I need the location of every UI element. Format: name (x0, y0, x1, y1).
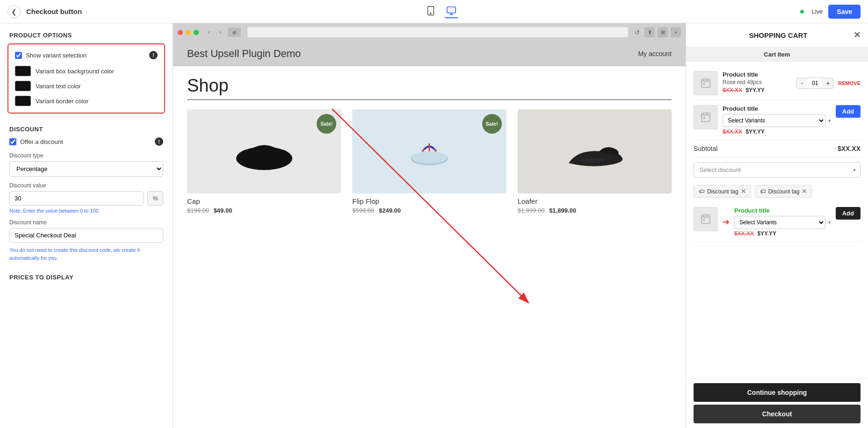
cart-item-1-remove[interactable]: REMOVE (838, 80, 861, 86)
show-variant-checkbox[interactable] (15, 52, 22, 59)
discount-tags: 🏷 Discount tag ✕ 🏷 Discount tag ✕ (694, 182, 861, 202)
cart-item-1-qty-value: 01 (809, 80, 821, 86)
desktop-view-button[interactable] (445, 5, 458, 18)
discount-tag-2-remove[interactable]: ✕ (802, 188, 807, 195)
variant-text-color-row: Variant text color (15, 81, 158, 91)
loafer-price-old: $1,999.00 (518, 207, 545, 214)
preview-content: Best Upsell Plugin Demo My account Shop (173, 41, 686, 428)
cart-item-2-variant-select[interactable]: Select Variants (723, 114, 825, 127)
browser-nav-buttons: ‹ › (204, 28, 225, 37)
cart-item-1-image (694, 71, 718, 95)
browser-back-button[interactable]: ‹ (204, 28, 214, 37)
tablet-view-button[interactable] (424, 5, 437, 18)
discount-tag-1-remove[interactable]: ✕ (741, 188, 746, 195)
browser-forward-button[interactable]: › (216, 28, 225, 37)
product-img-wrap-cap: Sale! (187, 109, 341, 193)
cart-title: SHOPPING CART (749, 31, 807, 39)
main-layout: PRODUCT OPTIONS Show variant selection !… (0, 23, 868, 428)
flipflop-sale-badge: Sale! (482, 114, 502, 134)
variant-border-color-swatch[interactable] (15, 96, 31, 106)
cart-item-1-info: Product title Rose red 48pcs $XX.XX $YY.… (723, 71, 792, 93)
cart-item-3-arrow-indicator: ➔ (723, 217, 730, 227)
cart-item-3-variant-select[interactable]: Select Variants (734, 216, 825, 229)
cap-price: $199.00 $49.00 (187, 207, 341, 214)
cap-price-old: $199.00 (187, 207, 209, 214)
browser-dot-yellow[interactable] (186, 30, 191, 35)
svg-point-8 (412, 151, 447, 164)
discount-value-input[interactable] (9, 191, 144, 206)
cart-header-bar: SHOPPING CART ✕ (686, 23, 868, 47)
discount-section: DISCOUNT Offer a discount ! Discount typ… (0, 121, 173, 269)
flipflop-price-new: $249.00 (379, 207, 401, 214)
discount-select[interactable]: Select discount (694, 162, 861, 178)
browser-dot-green[interactable] (194, 30, 199, 35)
cart-close-button[interactable]: ✕ (854, 30, 861, 40)
cart-item-2-price-new: $YY.YY (745, 128, 765, 135)
browser-dot-red[interactable] (178, 30, 183, 35)
browser-bar: ‹ › ⊞ ↺ ⬆ ⊞ + (173, 23, 686, 41)
discount-value-row: % (9, 191, 163, 206)
discount-tag-1-label: Discount tag (707, 188, 738, 195)
cap-image (234, 126, 295, 177)
cart-item-2-add-button[interactable]: Add (836, 105, 861, 118)
discount-pct-label: % (147, 191, 163, 206)
offer-discount-info-icon[interactable]: ! (155, 137, 163, 146)
variant-bg-color-swatch[interactable] (15, 66, 31, 76)
variant-text-color-label: Variant text color (36, 83, 81, 90)
product-card-flipflop: Sale! Flip Flop $599.00 $249.00 (352, 109, 506, 214)
discount-type-select[interactable]: Percentage Fixed Amount (9, 161, 163, 177)
discount-type-label: Discount type (9, 152, 163, 159)
browser-reload-button[interactable]: ↺ (635, 29, 640, 36)
cart-item-1: Product title Rose red 48pcs $XX.XX $YY.… (694, 66, 861, 100)
browser-url-bar[interactable] (247, 27, 628, 37)
product-card-loafer: Loafer $1,999.00 $1,899.00 (518, 109, 672, 214)
center-preview: ‹ › ⊞ ↺ ⬆ ⊞ + Best Upsell Plugin Demo My… (173, 23, 686, 428)
cart-item-1-price-old: $XX.XX (723, 87, 742, 93)
discount-name-input[interactable] (9, 228, 163, 243)
offer-discount-checkbox[interactable] (9, 138, 16, 145)
product-card-cap: Sale! Cap $199.00 $49.00 (187, 109, 341, 214)
browser-actions: ⬆ ⊞ + (644, 27, 681, 37)
svg-rect-2 (447, 7, 456, 13)
shop-account: My account (638, 50, 672, 57)
flipflop-price-old: $599.00 (352, 207, 374, 214)
svg-rect-6 (239, 157, 250, 161)
cart-item-1-qty-plus[interactable]: + (823, 78, 833, 88)
discount-tag-2-label: Discount tag (768, 188, 800, 195)
product-img-wrap-loafer (518, 109, 672, 193)
discount-value-label: Discount value (9, 182, 163, 189)
back-button[interactable]: ❮ (7, 5, 21, 18)
discount-tag-2-icon: 🏷 (760, 188, 766, 195)
color-rows: Variant box background color Variant tex… (15, 66, 158, 106)
browser-split-button[interactable]: ⊞ (228, 28, 241, 37)
svg-point-13 (703, 83, 705, 85)
discount-helper-text: You do not need to create this discount … (9, 246, 163, 262)
right-panel: SHOPPING CART ✕ Cart Item Product title … (686, 23, 868, 428)
subtotal-row: Subtotal $XX.XX (694, 140, 861, 157)
continue-shopping-button[interactable]: Continue shopping (694, 383, 861, 402)
browser-action-add[interactable]: + (671, 27, 681, 37)
variant-text-color-swatch[interactable] (15, 81, 31, 91)
cart-body: Product title Rose red 48pcs $XX.XX $YY.… (686, 62, 868, 378)
show-variant-row: Show variant selection ! (15, 51, 158, 59)
save-button[interactable]: Save (828, 5, 861, 19)
flipflop-price: $599.00 $249.00 (352, 207, 506, 214)
discount-note: Note: Enter the value between 0 to 100 (9, 208, 163, 214)
cart-item-3-variant-row: Select Variants ▾ (734, 216, 831, 229)
product-options-box: Show variant selection ! Variant box bac… (7, 43, 165, 114)
device-switcher (424, 5, 458, 18)
cart-item-2-variant-row: Select Variants ▾ (723, 114, 831, 127)
cart-item-1-price: $XX.XX $YY.YY (723, 87, 792, 93)
cart-item-3-add-button[interactable]: Add (836, 207, 861, 220)
discount-select-wrap: Select discount ▾ (694, 162, 861, 178)
show-variant-info-icon[interactable]: ! (149, 51, 158, 59)
cap-name: Cap (187, 197, 341, 205)
discount-section-header: DISCOUNT (9, 121, 163, 137)
shop-heading: Shop (187, 76, 672, 96)
browser-action-share[interactable]: ⬆ (644, 27, 655, 37)
browser-action-copy[interactable]: ⊞ (658, 27, 668, 37)
show-variant-left: Show variant selection (15, 52, 87, 59)
checkout-button[interactable]: Checkout (694, 405, 861, 423)
shop-header: Best Upsell Plugin Demo My account (173, 41, 686, 66)
cart-item-1-qty-minus[interactable]: - (797, 78, 807, 88)
